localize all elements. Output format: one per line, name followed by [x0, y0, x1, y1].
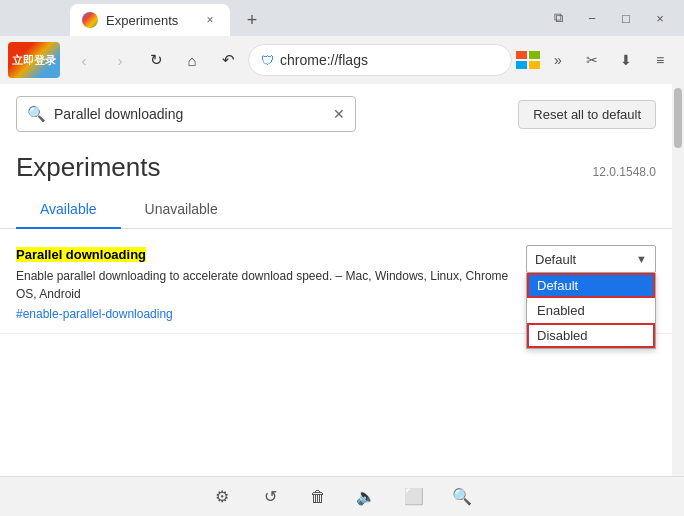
tab-title: Experiments: [106, 13, 194, 28]
experiments-header: Experiments 12.0.1548.0: [0, 144, 672, 183]
msn-logo[interactable]: [516, 51, 540, 69]
home-button[interactable]: ⌂: [176, 44, 208, 76]
address-text: chrome://flags: [280, 52, 499, 68]
logo-badge[interactable]: 立即登录: [8, 42, 60, 78]
back-button[interactable]: ‹: [68, 44, 100, 76]
toolbar-right: » ✂ ⬇ ≡: [516, 44, 676, 76]
msn-sq-blue: [516, 61, 527, 69]
scrollbar-thumb[interactable]: [674, 88, 682, 148]
new-tab-button[interactable]: +: [238, 6, 266, 34]
flag-control[interactable]: Default ▼ Default Enabled Disabled: [526, 245, 656, 273]
bottom-square-icon[interactable]: ⬜: [398, 481, 430, 513]
cut-button[interactable]: ✂: [576, 44, 608, 76]
flag-link[interactable]: #enable-parallel-downloading: [16, 307, 518, 321]
page-content: 🔍 Parallel downloading ✕ Reset all to de…: [0, 84, 684, 476]
flag-description: Enable parallel downloading to accelerat…: [16, 267, 518, 303]
address-bar: 立即登录 ‹ › ↻ ⌂ ↶ 🛡 chrome://flags » ✂ ⬇ ≡: [0, 36, 684, 84]
window-close-button[interactable]: ×: [644, 4, 676, 32]
bottom-search-icon[interactable]: 🔍: [446, 481, 478, 513]
flag-info: Parallel downloading Enable parallel dow…: [16, 245, 518, 321]
bottom-settings-icon[interactable]: ⚙: [206, 481, 238, 513]
window-maximize-button[interactable]: □: [610, 4, 642, 32]
msn-sq-green: [529, 51, 540, 59]
option-disabled[interactable]: Disabled: [527, 323, 655, 348]
tab-available[interactable]: Available: [16, 191, 121, 229]
version-label: 12.0.1548.0: [593, 165, 656, 179]
search-clear-button[interactable]: ✕: [333, 106, 345, 122]
flags-search-section: 🔍 Parallel downloading ✕ Reset all to de…: [0, 84, 672, 144]
page-title: Experiments: [16, 152, 161, 183]
tab-favicon: [82, 12, 98, 28]
flag-select[interactable]: Default ▼: [526, 245, 656, 273]
msn-sq-red: [516, 51, 527, 59]
window-minimize-button[interactable]: −: [576, 4, 608, 32]
search-value: Parallel downloading: [54, 106, 325, 122]
flags-page: 🔍 Parallel downloading ✕ Reset all to de…: [0, 84, 672, 476]
window-tile-button[interactable]: ⧉: [542, 4, 574, 32]
flag-dropdown[interactable]: Default Enabled Disabled: [526, 273, 656, 349]
tab-bar: Experiments × + ⧉ − □ ×: [0, 0, 684, 36]
shield-icon: 🛡: [261, 53, 274, 68]
bottom-refresh-icon[interactable]: ↺: [254, 481, 286, 513]
tab-close-button[interactable]: ×: [202, 12, 218, 28]
bottom-trash-icon[interactable]: 🗑: [302, 481, 334, 513]
msn-sq-yellow: [529, 61, 540, 69]
tab-unavailable[interactable]: Unavailable: [121, 191, 242, 229]
window-controls: ⧉ − □ ×: [534, 4, 684, 32]
option-enabled[interactable]: Enabled: [527, 298, 655, 323]
search-icon: 🔍: [27, 105, 46, 123]
dropdown-arrow-icon: ▼: [636, 253, 647, 265]
extensions-button[interactable]: »: [542, 44, 574, 76]
download-button[interactable]: ⬇: [610, 44, 642, 76]
scrollbar-track[interactable]: [672, 84, 684, 476]
bottom-speaker-icon[interactable]: 🔈: [350, 481, 382, 513]
flag-select-value: Default: [535, 252, 576, 267]
option-default[interactable]: Default: [527, 273, 655, 298]
reset-all-button[interactable]: Reset all to default: [518, 100, 656, 129]
address-input[interactable]: 🛡 chrome://flags: [248, 44, 512, 76]
flag-name: Parallel downloading: [16, 247, 146, 262]
search-input-wrap[interactable]: 🔍 Parallel downloading ✕: [16, 96, 356, 132]
browser-frame: Experiments × + ⧉ − □ × 立即登录 ‹ › ↻ ⌂ ↶ 🛡…: [0, 0, 684, 516]
active-tab[interactable]: Experiments ×: [70, 4, 230, 36]
refresh-button[interactable]: ↻: [140, 44, 172, 76]
flag-item-parallel-downloading: Parallel downloading Enable parallel dow…: [0, 229, 672, 334]
history-button[interactable]: ↶: [212, 44, 244, 76]
bottom-toolbar: ⚙ ↺ 🗑 🔈 ⬜ 🔍: [0, 476, 684, 516]
forward-button[interactable]: ›: [104, 44, 136, 76]
menu-button[interactable]: ≡: [644, 44, 676, 76]
flags-tabs: Available Unavailable: [0, 191, 672, 229]
